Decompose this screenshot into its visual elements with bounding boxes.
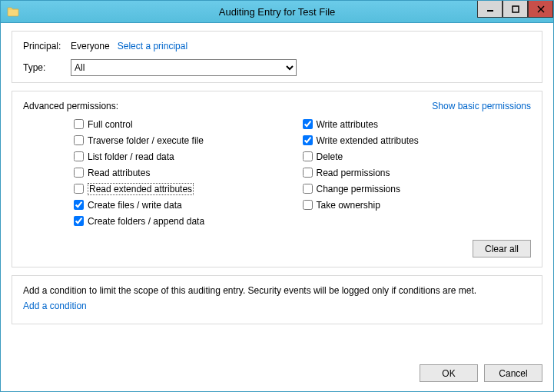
permission-item[interactable]: Full control	[74, 116, 303, 132]
dialog-footer: OK Cancel	[12, 364, 542, 382]
permission-item[interactable]: Write extended attributes	[303, 132, 532, 148]
permission-label: Read extended attributes	[88, 183, 194, 195]
principal-label: Principal:	[23, 41, 71, 51]
close-button[interactable]	[528, 1, 553, 18]
type-select[interactable]: All	[71, 59, 297, 76]
permission-checkbox[interactable]	[303, 168, 313, 178]
principal-value: Everyone	[71, 41, 110, 51]
permission-label: Traverse folder / execute file	[88, 135, 204, 146]
clear-all-button[interactable]: Clear all	[473, 240, 531, 257]
maximize-button[interactable]	[503, 1, 528, 18]
permission-checkbox[interactable]	[74, 184, 84, 194]
permission-label: Read permissions	[317, 168, 390, 178]
permission-item[interactable]: List folder / read data	[74, 148, 303, 164]
permission-item[interactable]: Read permissions	[303, 164, 532, 181]
permissions-panel: Advanced permissions: Show basic permiss…	[12, 91, 542, 267]
permission-checkbox[interactable]	[74, 200, 84, 210]
permission-checkbox[interactable]	[74, 216, 84, 226]
window-buttons	[477, 1, 553, 18]
permission-checkbox[interactable]	[303, 151, 313, 161]
permission-item[interactable]: Traverse folder / execute file	[74, 132, 303, 148]
titlebar: Auditing Entry for Test File	[0, 0, 554, 23]
condition-text: Add a condition to limit the scope of th…	[23, 285, 531, 296]
permission-label: Create folders / append data	[88, 216, 204, 227]
permission-checkbox[interactable]	[303, 184, 313, 194]
type-label: Type:	[23, 62, 71, 73]
permission-item[interactable]: Read attributes	[74, 164, 303, 181]
permission-label: Write extended attributes	[317, 135, 419, 146]
condition-panel: Add a condition to limit the scope of th…	[12, 275, 542, 324]
permission-checkbox[interactable]	[303, 200, 313, 210]
permission-checkbox[interactable]	[74, 119, 84, 129]
window-title: Auditing Entry for Test File	[1, 6, 553, 18]
select-principal-link[interactable]: Select a principal	[118, 41, 187, 51]
cancel-button[interactable]: Cancel	[484, 364, 542, 382]
permission-item[interactable]: Read extended attributes	[74, 181, 303, 197]
permission-item[interactable]: Take ownership	[303, 197, 532, 213]
permission-label: Create files / write data	[88, 200, 182, 211]
advanced-permissions-label: Advanced permissions:	[23, 101, 118, 111]
client-area: Principal: Everyone Select a principal T…	[0, 23, 554, 392]
permission-item[interactable]: Create folders / append data	[74, 213, 303, 229]
permission-checkbox[interactable]	[74, 151, 84, 161]
permission-label: Full control	[88, 119, 133, 130]
permission-item[interactable]: Create files / write data	[74, 197, 303, 213]
permission-label: List folder / read data	[88, 151, 174, 162]
minimize-button[interactable]	[477, 1, 503, 18]
permission-label: Write attributes	[317, 119, 378, 130]
permission-checkbox[interactable]	[74, 168, 84, 178]
folder-icon	[7, 5, 19, 18]
permission-item[interactable]: Change permissions	[303, 181, 532, 197]
permission-label: Delete	[317, 151, 343, 162]
add-condition-link[interactable]: Add a condition	[23, 301, 87, 311]
permission-label: Change permissions	[317, 184, 400, 194]
permission-item[interactable]: Write attributes	[303, 116, 532, 132]
permission-label: Take ownership	[317, 200, 380, 211]
svg-rect-1	[513, 6, 519, 12]
permission-checkbox[interactable]	[74, 135, 84, 145]
permission-item[interactable]: Delete	[303, 148, 532, 164]
permissions-column-left: Full controlTraverse folder / execute fi…	[74, 116, 303, 229]
header-panel: Principal: Everyone Select a principal T…	[12, 31, 542, 83]
permission-checkbox[interactable]	[303, 135, 313, 145]
permission-checkbox[interactable]	[303, 119, 313, 129]
show-basic-permissions-link[interactable]: Show basic permissions	[432, 101, 531, 111]
permission-label: Read attributes	[88, 168, 150, 178]
permissions-column-right: Write attributesWrite extended attribute…	[303, 116, 532, 229]
ok-button[interactable]: OK	[420, 364, 478, 382]
